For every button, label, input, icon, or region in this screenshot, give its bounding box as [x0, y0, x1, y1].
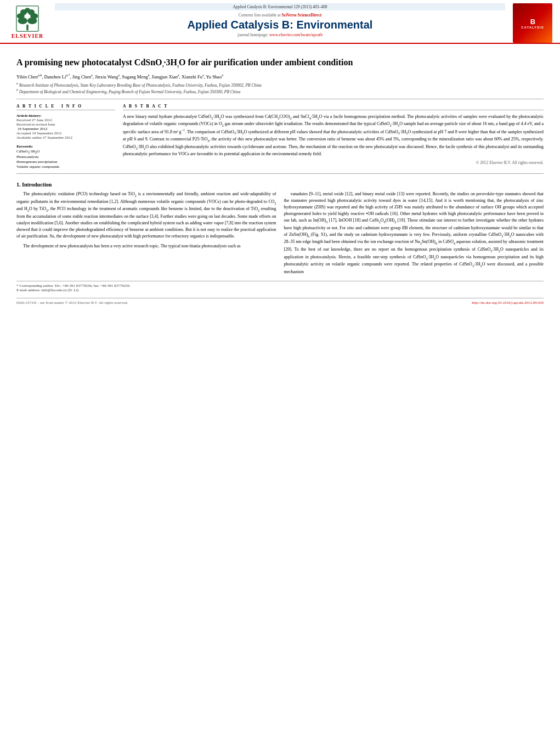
footer-issn: 0926-3373/$ – see front matter © 2012 El… [16, 301, 128, 305]
abstract-label: A B S T R A C T [123, 104, 544, 110]
intro-section: 1. Introduction The photocatalytic oxida… [16, 182, 544, 275]
received-revised-date: 16 September 2012 [18, 127, 115, 131]
journal-ref-bar: Applied Catalysis B: Environmental 129 (… [55, 3, 505, 10]
keyword-3: Homogenous precipitation [16, 160, 115, 164]
footer-bar: 0926-3373/$ – see front matter © 2012 El… [16, 298, 544, 305]
footnote-email: E-mail address: dzli@fzu.edu.cn (D. Li). [16, 288, 544, 292]
body-two-col: The photocatalytic oxidation (PCO) techn… [16, 191, 544, 275]
abstract-col: A B S T R A C T A new binary metal hydra… [123, 104, 544, 169]
authors-line: Yibin Chena,b, Danzhen Lia,*, Jing Chena… [16, 73, 544, 80]
divider-2 [16, 173, 544, 174]
divider-1 [16, 99, 544, 99]
abstract-text: A new binary metal hydrate photocatalyst… [123, 114, 544, 157]
article-history-label: Article history: [16, 114, 115, 118]
article-info-col: A R T I C L E I N F O Article history: R… [16, 104, 115, 169]
keywords-label: Keywords: [16, 144, 115, 149]
article-info-abstract: A R T I C L E I N F O Article history: R… [16, 104, 544, 169]
article-title: A promising new photocatalyst CdSnO3·3H2… [16, 57, 544, 69]
elsevier-label: ELSEVIER [12, 33, 44, 39]
received-revised-label: Received in revised form [16, 122, 115, 127]
elsevier-logo: ELSEVIER [5, 3, 49, 39]
homepage-url[interactable]: www.elsevier.com/locate/apcatb [269, 32, 323, 37]
journal-homepage: journal homepage: www.elsevier.com/locat… [55, 32, 505, 37]
affiliation-a: a Research Institute of Photocatalysis, … [16, 82, 544, 88]
footnote-area: * Corresponding author. Tel.: +86 591 83… [16, 281, 544, 292]
article-info-label: A R T I C L E I N F O [16, 104, 115, 110]
copyright-line: © 2012 Elsevier B.V. All rights reserved… [123, 160, 544, 165]
contents-line: Contents lists available at SciVerse Sci… [55, 13, 505, 18]
affiliation-b: b Department of Biological and Chemical … [16, 88, 544, 94]
article-container: A promising new photocatalyst CdSnO3·3H2… [0, 44, 560, 310]
keyword-2: Photocatalysis [16, 155, 115, 159]
keyword-1: CdSnO3·3H2O [16, 149, 115, 154]
svg-point-7 [25, 8, 30, 13]
journal-title: Applied Catalysis B: Environmental [55, 19, 505, 31]
available-date: Available online 27 September 2012 [16, 135, 115, 140]
accepted-date: Accepted 19 September 2012 [16, 131, 115, 135]
body-col-right: vanadates [9–11], metal oxide [12], and … [284, 191, 544, 275]
header-center: Applied Catalysis B: Environmental 129 (… [49, 3, 511, 37]
catalysis-logo: B CATALYSIS [511, 3, 555, 43]
elsevier-tree-icon [14, 5, 41, 32]
body-col-left: The photocatalytic oxidation (PCO) techn… [16, 191, 276, 275]
journal-header: ELSEVIER Applied Catalysis B: Environmen… [0, 0, 560, 44]
received-date: Received 27 June 2012 [16, 118, 115, 122]
intro-heading: 1. Introduction [16, 182, 544, 188]
svg-rect-0 [26, 25, 28, 30]
footnote-corresponding: * Corresponding author. Tel.: +86 591 83… [16, 284, 544, 288]
sciverse-link[interactable]: SciVerse ScienceDirect [282, 13, 322, 18]
footer-doi[interactable]: http://dx.doi.org/10.1016/j.apcatb.2012.… [472, 301, 544, 305]
keyword-4: Volatile organic compounds [16, 165, 115, 169]
